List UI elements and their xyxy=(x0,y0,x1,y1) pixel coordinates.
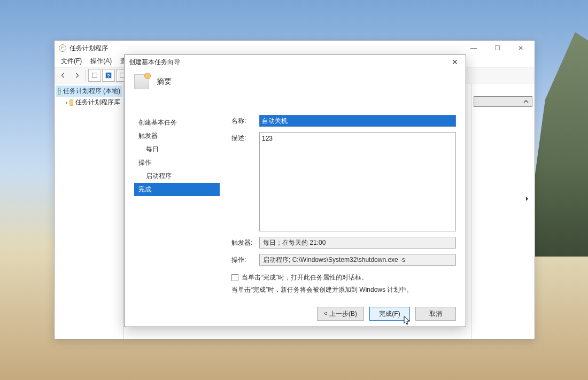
tree-root-label: 任务计划程序 (本地) xyxy=(63,87,120,96)
wizard-header-icon xyxy=(134,74,149,89)
right-scroll-indicator xyxy=(474,196,532,205)
tree-root[interactable]: 任务计划程序 (本地) xyxy=(56,86,122,97)
create-basic-task-wizard: 创建基本任务向导 ✕ 摘要 创建基本任务 触发器 每日 操作 启动程序 完成 名… xyxy=(124,55,466,327)
clock-icon xyxy=(58,88,61,95)
wizard-form: 名称: 自动关机 描述: 触发器: 每日；在每天的 21:00 操作: 启动程序… xyxy=(231,100,456,301)
step-daily[interactable]: 每日 xyxy=(134,143,220,156)
chevron-right-icon xyxy=(525,196,529,202)
separator xyxy=(86,70,86,81)
folder-icon xyxy=(69,99,73,106)
expand-icon[interactable]: › xyxy=(65,99,67,106)
action-label: 操作: xyxy=(231,254,253,266)
step-action[interactable]: 操作 xyxy=(134,156,220,169)
toolbar-btn-1[interactable] xyxy=(88,69,101,82)
open-properties-checkbox[interactable] xyxy=(231,274,238,281)
action-value: 启动程序; C:\Windows\System32\shutdown.exe -… xyxy=(259,254,456,266)
menu-action[interactable]: 操作(A) xyxy=(87,56,115,67)
cancel-button[interactable]: 取消 xyxy=(415,307,456,321)
chevron-up-icon xyxy=(523,99,529,104)
tree-pane: 任务计划程序 (本地) › 任务计划程序库 xyxy=(55,83,124,339)
finish-button[interactable]: 完成(F) xyxy=(369,307,410,321)
description-field[interactable] xyxy=(259,132,456,231)
wizard-header-title: 摘要 xyxy=(157,77,172,87)
step-trigger[interactable]: 触发器 xyxy=(134,129,220,143)
svg-rect-0 xyxy=(92,73,97,77)
wizard-steps: 创建基本任务 触发器 每日 操作 启动程序 完成 xyxy=(134,100,220,301)
trigger-value: 每日；在每天的 21:00 xyxy=(259,237,456,249)
nav-forward-button[interactable] xyxy=(71,69,83,82)
back-button[interactable]: < 上一步(B) xyxy=(317,307,364,321)
close-button[interactable]: ✕ xyxy=(509,41,532,55)
checkbox-label: 当单击“完成”时，打开此任务属性的对话框。 xyxy=(242,273,368,282)
svg-text:?: ? xyxy=(107,73,110,78)
maximize-button[interactable]: ☐ xyxy=(485,41,509,55)
wizard-title: 创建基本任务向导 xyxy=(129,58,180,67)
actions-dropdown[interactable] xyxy=(474,96,532,107)
minimize-button[interactable]: — xyxy=(462,41,485,55)
name-label: 名称: xyxy=(231,115,253,127)
menu-file[interactable]: 文件(F) xyxy=(58,56,85,67)
wizard-header: 摘要 xyxy=(125,69,466,95)
finish-hint: 当单击“完成”时，新任务将会被创建并添加到 Windows 计划中。 xyxy=(231,285,456,294)
trigger-label: 触发器: xyxy=(231,237,253,249)
main-titlebar[interactable]: 任务计划程序 — ☐ ✕ xyxy=(55,41,535,56)
nav-back-button[interactable] xyxy=(57,69,69,82)
desc-label: 描述: xyxy=(231,132,253,231)
step-create[interactable]: 创建基本任务 xyxy=(134,116,220,129)
step-finish[interactable]: 完成 xyxy=(134,183,220,196)
clock-icon xyxy=(59,44,66,52)
step-start-program[interactable]: 启动程序 xyxy=(134,169,220,183)
name-field[interactable]: 自动关机 xyxy=(259,115,456,127)
help-button[interactable]: ? xyxy=(102,69,115,82)
wizard-close-button[interactable]: ✕ xyxy=(448,57,461,67)
tree-library-label: 任务计划程序库 xyxy=(75,98,120,107)
wizard-titlebar[interactable]: 创建基本任务向导 ✕ xyxy=(125,55,466,69)
tree-library[interactable]: › 任务计划程序库 xyxy=(56,97,122,108)
main-window-title: 任务计划程序 xyxy=(69,44,108,53)
actions-pane xyxy=(471,83,535,339)
wizard-footer: < 上一步(B) 完成(F) 取消 xyxy=(125,301,466,327)
